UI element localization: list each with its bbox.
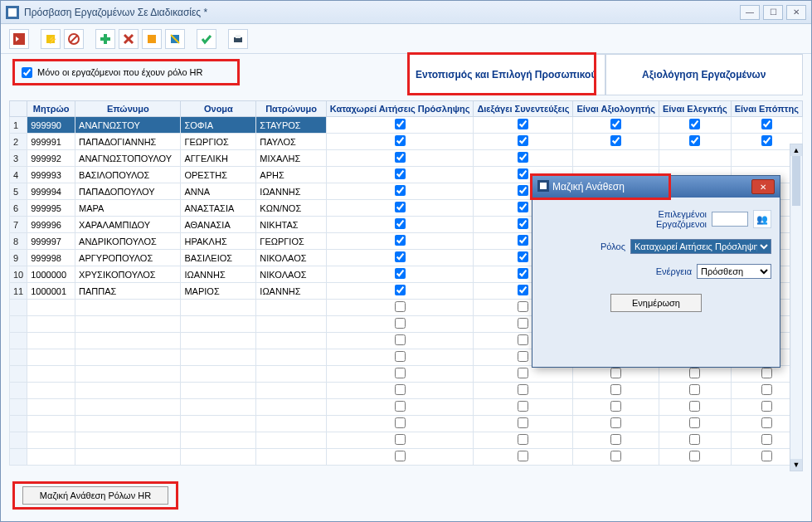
checkbox-cell[interactable] [326,250,474,266]
cell[interactable]: ΜΑΡΙΟΣ [181,283,256,300]
cell[interactable]: 1000001 [27,283,75,300]
role-checkbox[interactable] [395,202,406,212]
checkbox-cell[interactable] [474,134,573,150]
cell[interactable]: ΠΑΠΠΑΣ [75,283,181,300]
scroll-up-icon[interactable]: ▲ [790,144,802,156]
checkbox-cell[interactable] [731,117,802,134]
cell[interactable]: 8 [10,233,27,250]
unmark-icon[interactable] [165,29,185,49]
role-checkbox[interactable] [518,351,528,362]
role-checkbox[interactable] [518,368,528,378]
role-checkbox[interactable] [395,351,406,362]
cell[interactable]: ΗΡΑΚΛΗΣ [181,233,256,250]
scroll-down-icon[interactable]: ▼ [790,459,802,471]
role-checkbox[interactable] [761,417,772,428]
role-checkbox[interactable] [689,384,700,395]
role-checkbox[interactable] [518,152,528,163]
role-checkbox[interactable] [518,135,528,146]
checkbox-cell[interactable] [326,150,474,167]
cell[interactable]: 2 [10,134,27,150]
cell[interactable]: 999994 [27,183,75,200]
cell[interactable]: 999992 [27,150,75,167]
cell[interactable]: 1 [10,117,27,134]
role-checkbox[interactable] [518,119,528,129]
role-checkbox[interactable] [395,135,406,146]
bulk-assign-button[interactable]: Μαζική Ανάθεση Ρόλων HR [22,486,168,505]
role-checkbox[interactable] [689,451,700,461]
cell[interactable]: 999993 [27,167,75,183]
col-epon[interactable]: Επώνυμο [75,101,181,117]
checkbox-cell[interactable] [326,233,474,250]
cell[interactable]: ΝΙΚΟΛΑΟΣ [256,250,326,266]
role-checkbox[interactable] [518,301,528,312]
cell[interactable]: 3 [10,150,27,167]
role-checkbox[interactable] [689,434,700,445]
role-checkbox[interactable] [689,417,700,428]
role-checkbox[interactable] [395,401,406,412]
table-row[interactable]: 1999990ΑΝΑΓΝΩΣΤΟΥΣΟΦΙΑΣΤΑΥΡΟΣ [10,117,803,134]
role-checkbox[interactable] [518,318,528,329]
close-button[interactable]: ✕ [786,5,806,20]
cell[interactable]: ΑΝΑΓΝΩΣΤΟΠΟΥΛΟΥ [75,150,181,167]
cell[interactable]: ΙΩΑΝΝΗΣ [256,183,326,200]
cell[interactable]: ΣΤΑΥΡΟΣ [256,117,326,134]
role-checkbox[interactable] [518,401,528,412]
role-checkbox[interactable] [518,251,528,262]
cell[interactable]: ΓΕΩΡΓΙΟΣ [256,233,326,250]
role-checkbox[interactable] [518,218,528,229]
role-checkbox[interactable] [761,451,772,461]
cell[interactable]: 6 [10,200,27,217]
checkbox-cell[interactable] [326,283,474,300]
role-checkbox[interactable] [610,135,621,146]
cell[interactable]: 999991 [27,134,75,150]
col-c5[interactable]: Είναι Επόπτης [731,101,802,117]
role-checkbox[interactable] [395,301,406,312]
checkbox-cell[interactable] [326,117,474,134]
checkbox-cell[interactable] [326,200,474,217]
checkbox-cell[interactable] [326,134,474,150]
role-checkbox[interactable] [610,434,621,445]
checkbox-cell[interactable] [659,134,731,150]
role-checkbox[interactable] [518,384,528,395]
cell[interactable]: ΑΘΑΝΑΣΙΑ [181,217,256,233]
role-checkbox[interactable] [610,417,621,428]
col-c2[interactable]: Διεξάγει Συνεντεύξεις [474,101,573,117]
delete-icon[interactable] [119,29,139,49]
table-row[interactable]: 3999992ΑΝΑΓΝΩΣΤΟΠΟΥΛΟΥΑΓΓΕΛΙΚΗΜΙΧΑΛΗΣ [10,150,803,167]
cell[interactable]: ΝΙΚΗΤΑΣ [256,217,326,233]
cancel-icon[interactable] [64,29,84,49]
role-checkbox[interactable] [610,401,621,412]
cell[interactable]: ΙΩΑΝΝΗΣ [181,266,256,283]
col-c4[interactable]: Είναι Ελεγκτής [659,101,731,117]
cell[interactable]: 1000000 [27,266,75,283]
add-icon[interactable] [95,29,115,49]
checkbox-cell[interactable] [474,117,573,134]
role-checkbox[interactable] [395,417,406,428]
role-checkbox[interactable] [518,451,528,461]
role-checkbox[interactable] [395,368,406,378]
role-checkbox[interactable] [395,152,406,163]
role-checkbox[interactable] [761,401,772,412]
role-select[interactable]: Καταχωρεί Αιτήσεις Πρόσληψης [630,239,771,254]
pick-employees-button[interactable]: 👥 [753,210,771,228]
checkbox-cell[interactable] [573,117,659,134]
role-checkbox[interactable] [395,168,406,179]
minimize-button[interactable]: — [740,5,760,20]
dialog-close-button[interactable]: ✕ [751,179,775,194]
grid-scrollbar[interactable]: ▲ ▼ [790,144,803,471]
role-checkbox[interactable] [395,451,406,461]
role-checkbox[interactable] [610,451,621,461]
role-checkbox[interactable] [395,268,406,279]
col-c1[interactable]: Καταχωρεί Αιτήσεις Πρόσληψης [326,101,474,117]
print-icon[interactable] [228,29,248,49]
cell[interactable]: ΑΝΝΑ [181,183,256,200]
mark-icon[interactable] [142,29,162,49]
cell[interactable]: 999997 [27,233,75,250]
col-patr[interactable]: Πατρώνυμο [256,101,326,117]
cell[interactable]: ΑΝΔΡΙΚΟΠΟΥΛΟΣ [75,233,181,250]
cell[interactable]: ΠΑΠΑΔΟΓΙΑΝΝΗΣ [75,134,181,150]
cell[interactable]: ΣΟΦΙΑ [181,117,256,134]
cell[interactable]: 9 [10,250,27,266]
exit-icon[interactable] [9,29,29,49]
checkbox-cell[interactable] [474,150,573,167]
